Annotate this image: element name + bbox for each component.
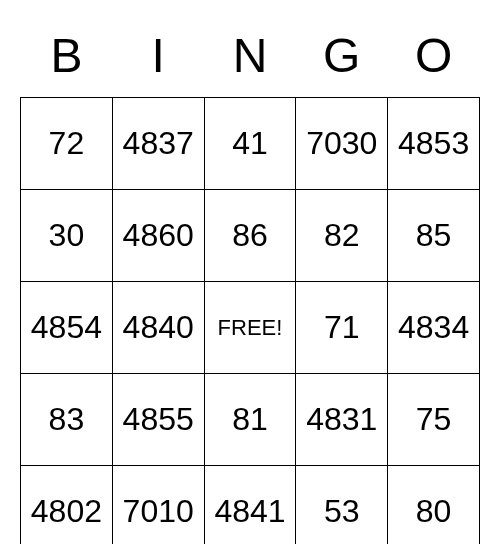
bingo-cell[interactable]: 4855 — [112, 374, 204, 466]
bingo-header-o: O — [388, 20, 480, 98]
bingo-card: B I N G O 72 4837 41 7030 4853 30 4860 8… — [20, 20, 480, 544]
bingo-cell[interactable]: 7010 — [112, 466, 204, 545]
bingo-cell[interactable]: 81 — [204, 374, 296, 466]
bingo-row: 4854 4840 FREE! 71 4834 — [21, 282, 480, 374]
bingo-cell[interactable]: 4837 — [112, 98, 204, 190]
bingo-cell[interactable]: 4840 — [112, 282, 204, 374]
bingo-header-i: I — [112, 20, 204, 98]
bingo-cell[interactable]: 4860 — [112, 190, 204, 282]
bingo-cell[interactable]: 71 — [296, 282, 388, 374]
bingo-cell[interactable]: 4802 — [21, 466, 113, 545]
bingo-cell[interactable]: 4841 — [204, 466, 296, 545]
bingo-cell[interactable]: 53 — [296, 466, 388, 545]
bingo-cell[interactable]: 82 — [296, 190, 388, 282]
bingo-row: 4802 7010 4841 53 80 — [21, 466, 480, 545]
bingo-cell[interactable]: 75 — [388, 374, 480, 466]
bingo-cell[interactable]: 4854 — [21, 282, 113, 374]
bingo-cell[interactable]: 4831 — [296, 374, 388, 466]
bingo-cell[interactable]: 4853 — [388, 98, 480, 190]
bingo-header-row: B I N G O — [21, 20, 480, 98]
bingo-cell[interactable]: 86 — [204, 190, 296, 282]
bingo-cell[interactable]: 41 — [204, 98, 296, 190]
bingo-cell-free[interactable]: FREE! — [204, 282, 296, 374]
bingo-cell[interactable]: 7030 — [296, 98, 388, 190]
bingo-cell[interactable]: 85 — [388, 190, 480, 282]
bingo-header-b: B — [21, 20, 113, 98]
bingo-cell[interactable]: 72 — [21, 98, 113, 190]
bingo-cell[interactable]: 4834 — [388, 282, 480, 374]
bingo-header-n: N — [204, 20, 296, 98]
bingo-cell[interactable]: 80 — [388, 466, 480, 545]
bingo-row: 72 4837 41 7030 4853 — [21, 98, 480, 190]
bingo-row: 30 4860 86 82 85 — [21, 190, 480, 282]
bingo-grid: 72 4837 41 7030 4853 30 4860 86 82 85 48… — [21, 98, 480, 545]
bingo-row: 83 4855 81 4831 75 — [21, 374, 480, 466]
bingo-cell[interactable]: 30 — [21, 190, 113, 282]
bingo-cell[interactable]: 83 — [21, 374, 113, 466]
bingo-header-g: G — [296, 20, 388, 98]
